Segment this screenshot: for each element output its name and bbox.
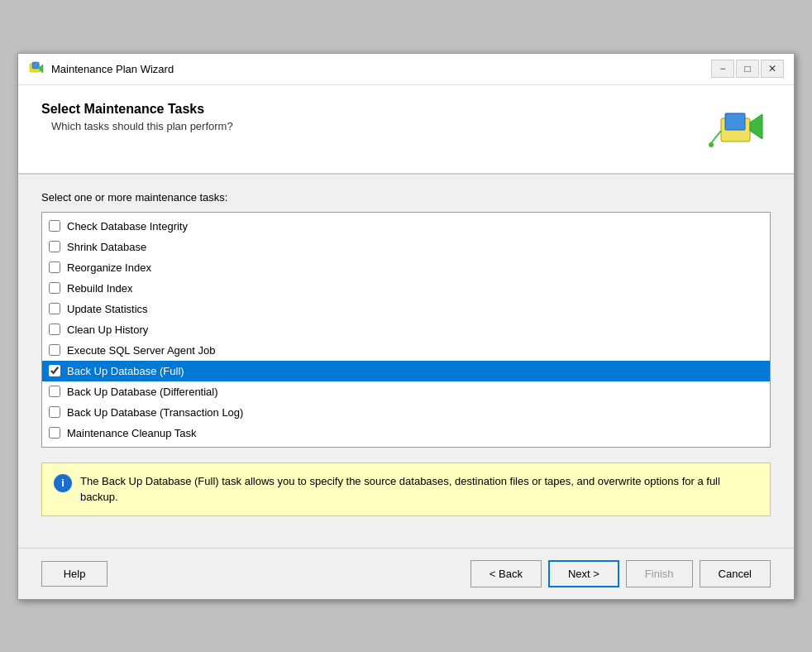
task-item[interactable]: Maintenance Cleanup Task [42, 423, 770, 443]
minimize-button[interactable]: − [711, 60, 734, 78]
task-label-reorganize-index: Reorganize Index [67, 261, 151, 274]
task-checkbox-clean-up-history[interactable] [49, 324, 60, 335]
task-checkbox-reorganize-index[interactable] [49, 261, 60, 273]
task-item[interactable]: Shrink Database [42, 237, 770, 257]
svg-point-7 [709, 142, 714, 147]
task-label-rebuild-index: Rebuild Index [67, 282, 133, 295]
header-section: Select Maintenance Tasks Which tasks sho… [18, 85, 794, 175]
title-bar-controls: − □ ✕ [711, 60, 784, 78]
task-checkbox-backup-db-transaction-log[interactable] [49, 406, 60, 418]
page-subtitle: Which tasks should this plan perform? [51, 120, 233, 132]
task-label-execute-sql-agent-job: Execute SQL Server Agent Job [67, 344, 215, 357]
footer-section: Help < Back Next > Finish Cancel [18, 548, 794, 599]
task-checkbox-rebuild-index[interactable] [49, 282, 60, 294]
task-label-backup-db-differential: Back Up Database (Differential) [67, 386, 218, 398]
instruction-text: Select one or more maintenance tasks: [41, 191, 771, 204]
page-title: Select Maintenance Tasks [41, 102, 233, 117]
header-text: Select Maintenance Tasks Which tasks sho… [41, 102, 233, 132]
task-label-update-statistics: Update Statistics [67, 303, 148, 315]
task-checkbox-shrink-database[interactable] [49, 241, 60, 252]
task-label-backup-db-transaction-log: Back Up Database (Transaction Log) [67, 406, 243, 419]
close-button[interactable]: ✕ [761, 60, 784, 78]
maximize-button[interactable]: □ [736, 60, 759, 78]
task-label-maintenance-cleanup-task: Maintenance Cleanup Task [67, 427, 197, 439]
task-item[interactable]: Clean Up History [42, 319, 770, 340]
task-list: Check Database IntegrityShrink DatabaseR… [41, 212, 771, 448]
task-checkbox-backup-db-full[interactable] [49, 365, 60, 376]
task-item[interactable]: Update Statistics [42, 299, 770, 319]
task-item[interactable]: Back Up Database (Differential) [42, 381, 770, 402]
task-checkbox-execute-sql-agent-job[interactable] [49, 344, 60, 356]
window-title: Maintenance Plan Wizard [51, 63, 174, 75]
next-button[interactable]: Next > [548, 560, 619, 587]
task-checkbox-update-statistics[interactable] [49, 303, 60, 314]
info-text: The Back Up Database (Full) task allows … [80, 473, 758, 506]
task-item[interactable]: Check Database Integrity [42, 216, 770, 237]
task-item[interactable]: Back Up Database (Full) [42, 361, 770, 381]
task-item[interactable]: Reorganize Index [42, 257, 770, 278]
cancel-button[interactable]: Cancel [700, 560, 771, 587]
main-window: Maintenance Plan Wizard − □ ✕ Select Mai… [17, 53, 795, 600]
task-checkbox-maintenance-cleanup-task[interactable] [49, 427, 60, 439]
task-item[interactable]: Back Up Database (Transaction Log) [42, 402, 770, 423]
task-label-clean-up-history: Clean Up History [67, 324, 148, 336]
task-label-check-db-integrity: Check Database Integrity [67, 220, 188, 233]
footer-right: < Back Next > Finish Cancel [470, 560, 771, 587]
task-label-shrink-database: Shrink Database [67, 241, 146, 253]
help-button[interactable]: Help [41, 561, 107, 587]
task-checkbox-check-db-integrity[interactable] [49, 220, 60, 232]
task-label-backup-db-full: Back Up Database (Full) [67, 365, 184, 377]
svg-marker-2 [40, 65, 43, 73]
svg-rect-1 [32, 62, 39, 69]
info-icon: i [54, 474, 72, 492]
content-area: Select one or more maintenance tasks: Ch… [18, 175, 794, 548]
task-checkbox-backup-db-differential[interactable] [49, 386, 60, 397]
title-bar-left: Maintenance Plan Wizard [28, 60, 174, 77]
back-button[interactable]: < Back [470, 560, 542, 587]
header-illustration [705, 102, 771, 160]
svg-line-6 [711, 131, 721, 143]
finish-button[interactable]: Finish [626, 560, 693, 587]
task-item[interactable]: Execute SQL Server Agent Job [42, 340, 770, 361]
app-icon [28, 60, 45, 77]
task-item[interactable]: Rebuild Index [42, 278, 770, 299]
info-box: i The Back Up Database (Full) task allow… [41, 463, 771, 516]
svg-marker-5 [750, 114, 762, 139]
svg-rect-4 [725, 113, 745, 130]
title-bar: Maintenance Plan Wizard − □ ✕ [18, 54, 794, 85]
